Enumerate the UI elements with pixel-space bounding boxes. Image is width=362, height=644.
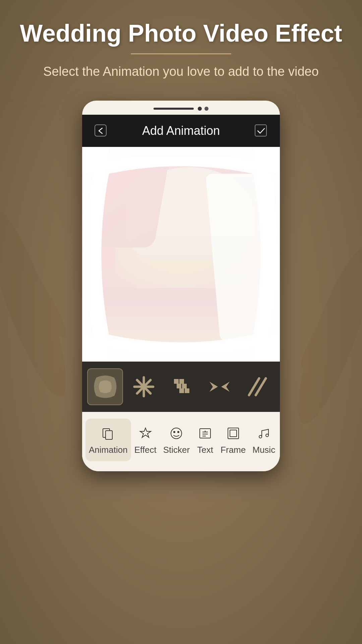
svg-rect-14 (177, 384, 181, 388)
svg-rect-6 (95, 125, 106, 136)
animation-label: Animation (89, 445, 128, 455)
anim-star[interactable] (126, 368, 161, 405)
toolbar-frame[interactable]: Frame (217, 419, 249, 461)
svg-point-3 (292, 228, 362, 375)
phone-notch (154, 108, 194, 110)
svg-point-2 (284, 240, 362, 430)
subtitle: Select the Animation you love to add to … (13, 63, 349, 80)
svg-rect-17 (185, 388, 189, 393)
svg-point-33 (266, 434, 268, 437)
frame-label: Frame (221, 445, 246, 455)
effect-icon (137, 425, 154, 442)
svg-rect-15 (182, 384, 187, 388)
sticker-label: Sticker (163, 445, 190, 455)
anim-slash[interactable] (240, 368, 275, 405)
anim-pillow[interactable] (87, 368, 123, 405)
svg-rect-31 (230, 430, 237, 437)
svg-point-1 (0, 192, 76, 344)
animation-strip (82, 362, 280, 412)
svg-rect-25 (200, 429, 210, 438)
phone-dots (198, 107, 208, 111)
dot-active (198, 107, 202, 111)
svg-rect-7 (255, 125, 266, 136)
sticker-icon (168, 425, 185, 442)
svg-point-0 (0, 201, 80, 404)
anim-pixel[interactable] (164, 368, 199, 405)
dot-inactive (204, 107, 208, 111)
app-header-title: Add Animation (142, 124, 220, 138)
animation-icon (100, 425, 117, 442)
bottom-toolbar: Animation Effect Sticker (82, 412, 280, 471)
title-divider (131, 53, 231, 54)
anim-cross[interactable] (202, 368, 237, 405)
music-label: Music (252, 445, 275, 455)
back-button[interactable] (92, 122, 110, 140)
toolbar-music[interactable]: Music (249, 419, 279, 461)
effect-label: Effect (134, 445, 157, 455)
svg-rect-21 (106, 431, 112, 439)
svg-point-24 (178, 431, 179, 433)
app-title: Wedding Photo Video Effect (13, 20, 349, 47)
phone-mockup: Add Animation (82, 101, 280, 471)
toolbar-text[interactable]: Text (193, 419, 217, 461)
music-icon (255, 425, 273, 442)
photo-area (82, 147, 280, 362)
svg-rect-30 (228, 428, 239, 439)
toolbar-effect[interactable]: Effect (131, 419, 160, 461)
svg-rect-13 (179, 379, 184, 384)
phone-top-bar (82, 101, 280, 115)
toolbar-animation[interactable]: Animation (85, 419, 131, 461)
svg-point-22 (171, 428, 182, 439)
svg-rect-12 (174, 379, 179, 384)
confirm-button[interactable] (252, 122, 270, 140)
svg-rect-16 (179, 388, 184, 393)
text-label: Text (197, 445, 213, 455)
svg-point-32 (259, 435, 262, 438)
text-icon (196, 425, 214, 442)
toolbar-sticker[interactable]: Sticker (160, 419, 193, 461)
app-header: Add Animation (82, 115, 280, 147)
svg-point-23 (174, 431, 175, 433)
frame-icon (225, 425, 242, 442)
